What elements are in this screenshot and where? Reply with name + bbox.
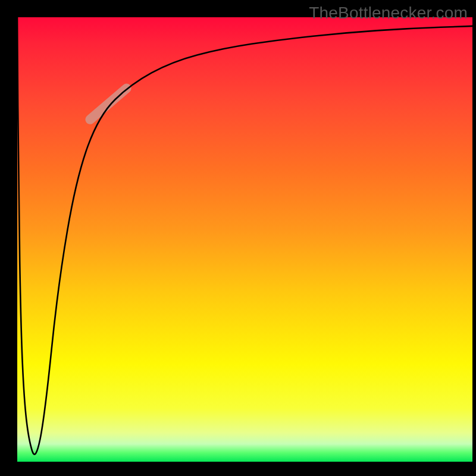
curve-layer xyxy=(17,17,472,462)
watermark-text: TheBottlenecker.com xyxy=(309,4,468,23)
bottleneck-curve xyxy=(17,17,472,455)
plot-area xyxy=(17,17,472,462)
chart-canvas: TheBottlenecker.com xyxy=(0,0,476,476)
